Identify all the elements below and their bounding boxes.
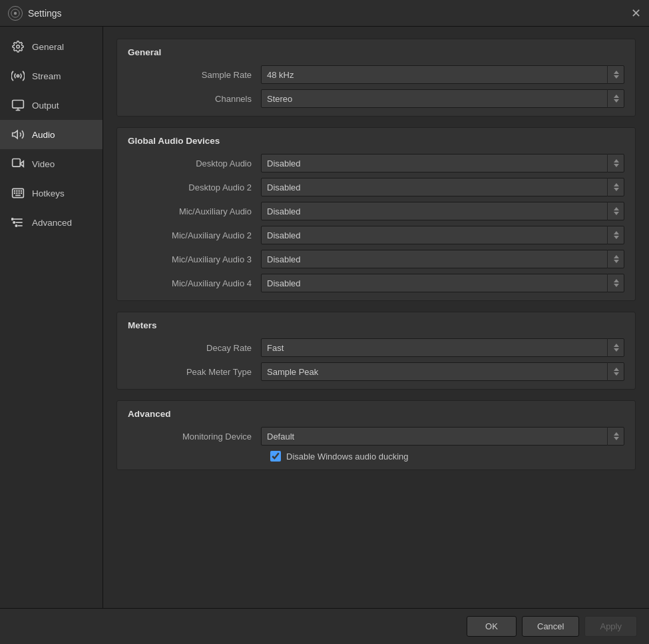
monitoring-device-select[interactable]: Default: [261, 427, 624, 446]
svg-point-25: [13, 222, 15, 224]
form-row-monitoring-device: Monitoring Device Default: [128, 427, 624, 446]
form-row-decay-rate: Decay Rate Fast Medium Slow: [128, 338, 624, 357]
mic-audio2-select[interactable]: Disabled: [261, 226, 624, 244]
sidebar-item-hotkeys[interactable]: Hotkeys: [0, 178, 103, 208]
bottom-bar: OK Cancel Apply: [0, 608, 649, 644]
mic-audio4-wrap: Disabled: [261, 274, 624, 292]
peak-meter-select[interactable]: Sample Peak True Peak: [261, 362, 624, 381]
ok-button[interactable]: OK: [467, 616, 517, 637]
section-general: General Sample Rate 48 kHz 44.1 kHz Chan…: [116, 39, 636, 117]
form-row-desktop-audio2: Desktop Audio 2 Disabled: [128, 178, 624, 196]
decay-rate-wrap: Fast Medium Slow: [261, 338, 624, 357]
sidebar-label-audio: Audio: [32, 130, 55, 140]
sample-rate-select[interactable]: 48 kHz 44.1 kHz: [261, 65, 624, 84]
desktop-audio-wrap: Disabled: [261, 154, 624, 172]
svg-marker-8: [13, 131, 18, 139]
sidebar-item-advanced[interactable]: Advanced: [0, 208, 103, 237]
form-row-sample-rate: Sample Rate 48 kHz 44.1 kHz: [128, 65, 624, 84]
form-row-mic-audio4: Mic/Auxiliary Audio 4 Disabled: [128, 274, 624, 292]
label-desktop-audio2: Desktop Audio 2: [128, 182, 261, 192]
monitoring-device-wrap: Default: [261, 427, 624, 446]
label-peak-meter: Peak Meter Type: [128, 367, 261, 377]
section-title-meters: Meters: [128, 320, 624, 330]
form-row-peak-meter: Peak Meter Type Sample Peak True Peak: [128, 362, 624, 381]
title-bar-left: Settings: [8, 6, 62, 21]
sidebar-item-general[interactable]: General: [0, 32, 103, 61]
form-row-channels: Channels Stereo Mono: [128, 89, 624, 108]
desktop-audio-select[interactable]: Disabled: [261, 154, 624, 172]
svg-rect-5: [13, 101, 24, 109]
mic-audio4-select[interactable]: Disabled: [261, 274, 624, 292]
sidebar-item-video[interactable]: Video: [0, 149, 103, 178]
audio-icon: [11, 127, 25, 142]
form-row-mic-audio3: Mic/Auxiliary Audio 3 Disabled: [128, 250, 624, 268]
sidebar-label-hotkeys: Hotkeys: [32, 188, 65, 198]
sidebar-label-stream: Stream: [32, 71, 61, 81]
sidebar-item-stream[interactable]: Stream: [0, 61, 103, 91]
obs-logo-icon: [8, 6, 23, 21]
gear-icon: [11, 39, 25, 54]
label-mic-audio: Mic/Auxiliary Audio: [128, 206, 261, 216]
label-desktop-audio: Desktop Audio: [128, 159, 261, 168]
advanced-icon: [11, 215, 25, 230]
section-meters: Meters Decay Rate Fast Medium Slow Pe: [116, 312, 636, 390]
svg-point-4: [17, 75, 19, 77]
content-area: General Sample Rate 48 kHz 44.1 kHz Chan…: [103, 27, 649, 644]
decay-rate-select[interactable]: Fast Medium Slow: [261, 338, 624, 357]
peak-meter-wrap: Sample Peak True Peak: [261, 362, 624, 381]
hotkeys-icon: [11, 186, 25, 200]
close-button[interactable]: ✕: [631, 7, 641, 19]
svg-point-24: [11, 218, 13, 220]
desktop-audio2-select[interactable]: Disabled: [261, 178, 624, 196]
checkbox-row-audio-ducking: Disable Windows audio ducking: [270, 451, 624, 462]
main-layout: General Stream Output: [0, 27, 649, 644]
apply-button[interactable]: Apply: [584, 616, 637, 637]
sidebar-label-output: Output: [32, 101, 59, 111]
label-mic-audio3: Mic/Auxiliary Audio 3: [128, 254, 261, 264]
desktop-audio2-wrap: Disabled: [261, 178, 624, 196]
window-title: Settings: [28, 8, 62, 19]
sample-rate-wrap: 48 kHz 44.1 kHz: [261, 65, 624, 84]
label-sample-rate: Sample Rate: [128, 70, 261, 80]
audio-ducking-label[interactable]: Disable Windows audio ducking: [286, 452, 409, 462]
mic-audio3-wrap: Disabled: [261, 250, 624, 268]
section-title-advanced: Advanced: [128, 409, 624, 419]
cancel-button[interactable]: Cancel: [522, 616, 579, 637]
mic-audio-select[interactable]: Disabled: [261, 202, 624, 220]
mic-audio3-select[interactable]: Disabled: [261, 250, 624, 268]
sidebar: General Stream Output: [0, 27, 103, 644]
label-channels: Channels: [128, 94, 261, 104]
output-icon: [11, 98, 25, 113]
sidebar-label-video: Video: [32, 159, 55, 169]
svg-point-26: [15, 225, 17, 227]
channels-wrap: Stereo Mono: [261, 89, 624, 108]
video-icon: [11, 157, 25, 171]
svg-rect-9: [13, 159, 21, 167]
section-title-global-audio: Global Audio Devices: [128, 136, 624, 146]
mic-audio-wrap: Disabled: [261, 202, 624, 220]
channels-select[interactable]: Stereo Mono: [261, 89, 624, 108]
form-row-mic-audio: Mic/Auxiliary Audio Disabled: [128, 202, 624, 220]
label-mic-audio2: Mic/Auxiliary Audio 2: [128, 230, 261, 240]
stream-icon: [11, 69, 25, 83]
section-advanced: Advanced Monitoring Device Default Disab…: [116, 400, 636, 470]
mic-audio2-wrap: Disabled: [261, 226, 624, 244]
sidebar-item-output[interactable]: Output: [0, 91, 103, 120]
section-title-general: General: [128, 47, 624, 57]
sidebar-item-audio[interactable]: Audio: [0, 120, 103, 149]
form-row-mic-audio2: Mic/Auxiliary Audio 2 Disabled: [128, 226, 624, 244]
label-decay-rate: Decay Rate: [128, 343, 261, 353]
audio-ducking-checkbox[interactable]: [270, 451, 281, 462]
sidebar-label-general: General: [32, 42, 64, 52]
label-monitoring-device: Monitoring Device: [128, 432, 261, 442]
section-global-audio: Global Audio Devices Desktop Audio Disab…: [116, 127, 636, 301]
svg-point-3: [17, 45, 20, 49]
sidebar-label-advanced: Advanced: [32, 218, 72, 228]
title-bar: Settings ✕: [0, 0, 649, 27]
svg-point-2: [14, 11, 17, 14]
form-row-desktop-audio: Desktop Audio Disabled: [128, 154, 624, 172]
label-mic-audio4: Mic/Auxiliary Audio 4: [128, 278, 261, 288]
